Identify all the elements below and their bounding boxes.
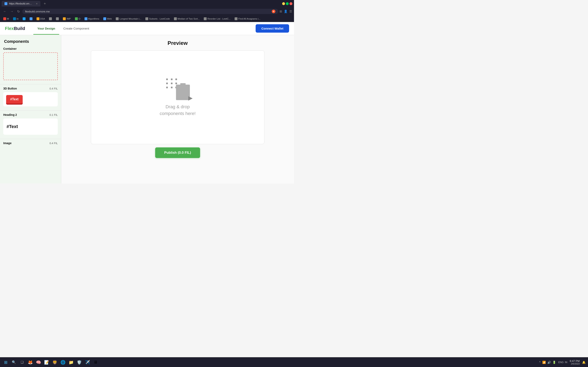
divider-1 [0, 84, 61, 84]
forward-button[interactable]: → [9, 9, 15, 14]
imp-favicon [63, 17, 66, 20]
drop-zone[interactable]: ▶ Drag & drop components here! [91, 50, 264, 144]
image-price: 0.4 FIL [50, 142, 58, 145]
dot [175, 83, 177, 84]
o-favicon [75, 17, 78, 20]
button-preview: #Text [3, 92, 58, 106]
bookmark-dsa[interactable]: DSA [35, 17, 47, 21]
new-tab-button[interactable]: + [42, 2, 48, 6]
image-section-name: Image [3, 142, 11, 145]
bookmark-subsets[interactable]: Subsets - LeetCode [144, 17, 172, 21]
bookmark-longest-mountain[interactable]: Preview Longest Mountain i... [114, 17, 143, 21]
bookmark-algorithms[interactable]: Algorithms [83, 17, 101, 21]
bookmark-dot1[interactable] [47, 17, 53, 21]
dot [171, 87, 173, 88]
ddi-card [176, 85, 190, 100]
bookmark-label: M [7, 17, 9, 20]
menu-icon[interactable]: ☰ [289, 9, 292, 13]
browser-tab[interactable]: https://flexbuild.ommore.me × [2, 1, 40, 7]
bookmark-find-anagrams[interactable]: Find All Anagrams i... [233, 17, 262, 21]
bookmark-label: Algorithms [88, 17, 99, 20]
gmail-favicon [3, 17, 6, 20]
sidebar: Components Container 3D Button 0.4 FIL #… [0, 35, 61, 184]
bookmark-linkedin[interactable]: in [11, 17, 20, 21]
drop-text-line1: Drag & drop [160, 103, 196, 110]
divider-3 [0, 139, 61, 139]
bookmark-label: Subsets - LeetCode [149, 17, 170, 20]
window-controls [282, 2, 292, 5]
bookmark-web[interactable]: Web [102, 17, 113, 21]
app-header: FlexBuild Your Design Create Component C… [0, 22, 294, 35]
close-button[interactable] [290, 2, 292, 5]
bookmark-label: Web [107, 17, 112, 20]
dot2-favicon [56, 17, 59, 20]
image-label-row: Image 0.4 FIL [3, 142, 58, 145]
titlebar-left: https://flexbuild.ommore.me × + [2, 1, 48, 7]
browser-chrome: https://flexbuild.ommore.me × + ← → ↻ fl… [0, 0, 294, 22]
bookmark-label: IMP [67, 17, 71, 20]
med-favicon [174, 17, 177, 20]
bookmark-dot2[interactable] [54, 17, 61, 21]
bookmark-4[interactable] [28, 17, 34, 21]
bookmark-o[interactable]: O [73, 17, 82, 21]
toolbar-icons: ⊞ 👤 ☰ [279, 9, 292, 13]
bookmark-label: DSA [40, 17, 45, 20]
heading-section: Heading 2 0.1 FIL #Text [0, 113, 61, 138]
heading-preview-text: #Text [7, 124, 18, 129]
heading-section-name: Heading 2 [3, 113, 17, 117]
bookmark-imp[interactable]: IMP [61, 17, 72, 21]
preview-area: Preview ▶ [61, 35, 294, 184]
bookmark-gmail[interactable]: M [2, 17, 11, 21]
container-name: Container [3, 47, 17, 50]
ddi-cursor: ▶ [188, 95, 193, 101]
threed-button-preview[interactable]: #Text [6, 95, 23, 104]
tab-title: https://flexbuild.ommore.me [9, 2, 34, 5]
container-preview[interactable] [3, 52, 58, 80]
publish-button[interactable]: Publish (0.0 FIL) [155, 147, 200, 158]
header-right: Connect Wallet [256, 24, 289, 33]
dot [171, 78, 173, 80]
web-favicon [103, 17, 106, 20]
logo-build: Build [14, 26, 25, 31]
twitter-favicon [23, 17, 26, 20]
anag-favicon [234, 17, 237, 20]
linkedin-favicon [13, 17, 16, 20]
bookmark-median[interactable]: Median of Two Sort... [172, 17, 201, 21]
tab-create-component[interactable]: Create Component [59, 22, 93, 35]
drop-text: Drag & drop components here! [160, 103, 196, 117]
tab-favicon [4, 2, 7, 5]
button-label-row: 3D Button 0.4 FIL [3, 87, 58, 90]
reload-button[interactable]: ↻ [16, 9, 21, 14]
main-nav: Your Design Create Component [33, 22, 93, 35]
dsa-favicon [36, 17, 39, 20]
drop-text-line2: components here! [160, 110, 196, 117]
minimize-button[interactable] [282, 2, 285, 5]
address-bar[interactable]: flexbuild.ommore.me B [22, 9, 278, 14]
heading-price: 0.1 FIL [50, 113, 58, 117]
bookmark-label: Median of Two Sort... [178, 17, 200, 20]
maximize-button[interactable] [286, 2, 289, 5]
logo-flex: Flex [5, 26, 14, 31]
sub-favicon [145, 17, 148, 20]
drag-drop-icon: ▶ [165, 78, 190, 100]
bookmarks-bar: M in DSA IMP O Al [0, 16, 294, 22]
fav4 [30, 17, 33, 20]
dot [166, 87, 168, 88]
browser-titlebar: https://flexbuild.ommore.me × + [0, 0, 294, 7]
bookmark-reorder[interactable]: Reorder List - LeetC... [202, 17, 232, 21]
extensions-icon[interactable]: ⊞ [279, 9, 282, 13]
address-text: flexbuild.ommore.me [25, 10, 50, 13]
app-logo: FlexBuild [5, 26, 25, 31]
tab-your-design[interactable]: Your Design [33, 22, 59, 35]
dot [171, 83, 173, 84]
bookmark-twitter[interactable] [21, 17, 27, 21]
connect-wallet-button[interactable]: Connect Wallet [256, 24, 289, 33]
tab-close-button[interactable]: × [36, 2, 38, 5]
dot1-favicon [49, 17, 52, 20]
back-button[interactable]: ← [2, 9, 8, 14]
browser-toolbar: ← → ↻ flexbuild.ommore.me B ⊞ 👤 ☰ [0, 7, 294, 16]
heading-label-row: Heading 2 0.1 FIL [3, 113, 58, 117]
reorder-favicon [204, 17, 207, 20]
profile-icon[interactable]: 👤 [284, 9, 288, 13]
alg-favicon [85, 17, 87, 20]
